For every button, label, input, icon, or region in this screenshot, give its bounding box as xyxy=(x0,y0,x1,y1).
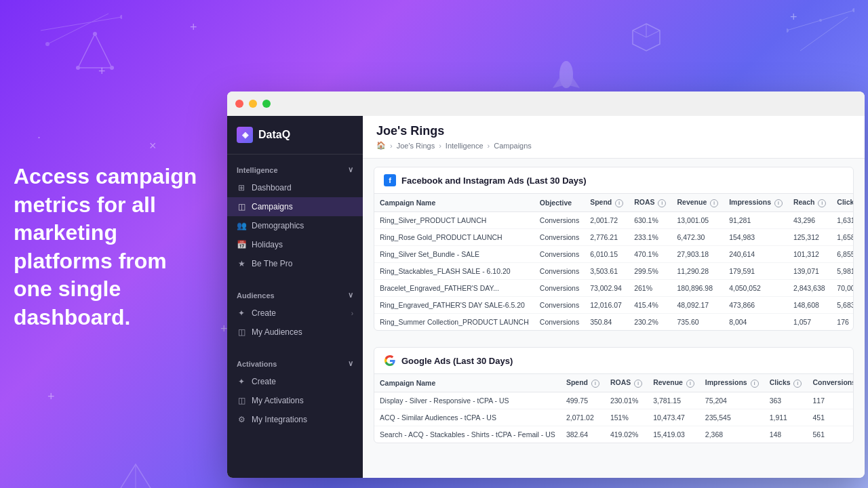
col-spend: Spend i xyxy=(585,194,629,212)
g-revenue-info[interactable]: i xyxy=(686,380,694,388)
table-row: Ring_Engraved_FATHER'S DAY SALE-6.5.20Co… xyxy=(374,297,853,314)
spend-info-icon[interactable]: i xyxy=(615,199,623,207)
facebook-icon: f xyxy=(384,174,396,186)
g-clicks-info[interactable]: i xyxy=(793,380,802,388)
sidebar-item-create-audience[interactable]: ✦ Create › xyxy=(227,304,363,323)
page-header: Joe's Rings 🏠 › Joe's Rings › Intelligen… xyxy=(363,116,865,159)
sidebar-item-create-activation[interactable]: ✦ Create xyxy=(227,372,363,391)
sidebar-section-header-intelligence[interactable]: Intelligence ∨ xyxy=(227,161,363,178)
my-integrations-icon: ⚙ xyxy=(237,415,246,424)
breadcrumb-intelligence[interactable]: Intelligence xyxy=(446,142,484,150)
campaigns-icon: ◫ xyxy=(237,202,246,211)
col-revenue: Revenue i xyxy=(671,194,724,212)
browser-dot-close[interactable] xyxy=(235,100,243,108)
roas-info-icon[interactable]: i xyxy=(658,199,666,207)
impressions-info-icon[interactable]: i xyxy=(774,199,783,207)
table-cell: 91,281 xyxy=(724,212,788,229)
table-cell: 101,312 xyxy=(788,246,831,263)
table-cell: 235,545 xyxy=(700,409,764,426)
dashboard-icon: ⊞ xyxy=(237,183,246,192)
table-cell: 2,071.02 xyxy=(561,409,605,426)
reach-info-icon[interactable]: i xyxy=(818,199,826,207)
table-cell: 350.84 xyxy=(585,314,629,331)
table-cell: 43,296 xyxy=(788,212,831,229)
table-cell: 48,092.17 xyxy=(671,297,724,314)
google-table-wrapper: Campaign Name Spend i ROAS i Revenue i I… xyxy=(374,374,853,443)
google-section-header: Google Ads (Last 30 Days) xyxy=(374,348,853,374)
g-col-spend: Spend i xyxy=(561,374,605,392)
sidebar-section-audiences: Audiences ∨ ✦ Create › ◫ My Audiences xyxy=(227,280,363,348)
sidebar-item-dashboard[interactable]: ⊞ Dashboard xyxy=(227,178,363,197)
table-cell: 2,843,638 xyxy=(788,280,831,297)
col-clicks: Clicks i xyxy=(831,194,853,212)
table-cell: 75,204 xyxy=(700,392,764,409)
table-cell: 154,983 xyxy=(724,229,788,246)
facebook-table-wrapper: Campaign Name Objective Spend i ROAS i R… xyxy=(374,194,853,330)
sidebar-item-label-holidays: Holidays xyxy=(252,240,283,249)
table-cell: Ring_Silver Set_Bundle - SALE xyxy=(374,246,534,263)
table-cell: 2,001.72 xyxy=(585,212,629,229)
table-cell: Conversions xyxy=(534,263,585,280)
sidebar-item-demographics[interactable]: 👥 Demographics xyxy=(227,216,363,235)
demographics-icon: 👥 xyxy=(237,221,246,230)
sidebar-item-label-create-audience: Create xyxy=(252,308,276,318)
sidebar-section-label-audiences: Audiences xyxy=(237,291,275,300)
sidebar-item-campaigns[interactable]: ◫ Campaigns xyxy=(227,197,363,216)
table-cell: 15,419.03 xyxy=(648,426,700,443)
google-section-title: Google Ads (Last 30 Days) xyxy=(401,356,513,366)
revenue-info-icon[interactable]: i xyxy=(710,199,718,207)
facebook-table: Campaign Name Objective Spend i ROAS i R… xyxy=(374,194,853,330)
table-cell: 10,473.47 xyxy=(648,409,700,426)
browser-dot-maximize[interactable] xyxy=(262,100,271,108)
sidebar-item-label-create-activation: Create xyxy=(252,377,276,386)
breadcrumb: 🏠 › Joe's Rings › Intelligence › Campaig… xyxy=(376,141,851,150)
sidebar-item-my-integrations[interactable]: ⚙ My Integrations xyxy=(227,410,363,429)
table-cell: 363 xyxy=(764,392,808,409)
browser-dot-minimize[interactable] xyxy=(249,100,257,108)
g-spend-info[interactable]: i xyxy=(591,380,599,388)
chevron-icon-activations: ∨ xyxy=(348,359,353,368)
main-content: Joe's Rings 🏠 › Joe's Rings › Intelligen… xyxy=(363,116,865,478)
sidebar-item-label-demographics: Demographics xyxy=(252,221,304,230)
sidebar-item-holidays[interactable]: 📅 Holidays xyxy=(227,235,363,254)
facebook-section-title: Facebook and Instagram Ads (Last 30 Days… xyxy=(401,176,587,186)
holidays-icon: 📅 xyxy=(237,240,246,249)
sidebar-item-label-my-activations: My Activations xyxy=(252,396,304,405)
hero-heading: Access campaign metrics for all marketin… xyxy=(14,163,210,332)
table-cell: 2,776.21 xyxy=(585,229,629,246)
sidebar: ◈ DataQ Intelligence ∨ ⊞ Dashboard ◫ Cam… xyxy=(227,116,363,478)
browser-chrome xyxy=(227,92,865,116)
table-cell: 6,010.15 xyxy=(585,246,629,263)
sidebar-item-my-activations[interactable]: ◫ My Activations xyxy=(227,391,363,410)
table-cell: 5,683 xyxy=(831,297,853,314)
table-cell: Conversions xyxy=(534,229,585,246)
sidebar-item-label-campaigns: Campaigns xyxy=(252,202,293,211)
table-cell: 561 xyxy=(807,426,853,443)
table-cell: 630.1% xyxy=(629,212,671,229)
breadcrumb-sep-1: › xyxy=(390,142,393,150)
table-cell: Conversions xyxy=(534,297,585,314)
table-cell: 230.01% xyxy=(605,392,648,409)
col-objective: Objective xyxy=(534,194,585,212)
table-cell: Search - ACQ - Stackables - Shirts - tCP… xyxy=(374,426,561,443)
col-roas: ROAS i xyxy=(629,194,671,212)
sidebar-item-be-the-pro[interactable]: ★ Be The Pro xyxy=(227,254,363,273)
table-row: Display - Silver - Responsive - tCPA - U… xyxy=(374,392,853,409)
sidebar-item-label-my-audiences: My Audiences xyxy=(252,327,302,337)
table-cell: 735.60 xyxy=(671,314,724,331)
sidebar-section-header-audiences[interactable]: Audiences ∨ xyxy=(227,287,363,304)
g-impressions-info[interactable]: i xyxy=(751,380,759,388)
table-cell: 3,781.15 xyxy=(648,392,700,409)
breadcrumb-joes-rings[interactable]: Joe's Rings xyxy=(397,142,435,150)
table-row: Ring_Silver_PRODUCT LAUNCHConversions2,0… xyxy=(374,212,853,229)
table-cell: 179,591 xyxy=(724,263,788,280)
col-impressions: Impressions i xyxy=(724,194,788,212)
sidebar-item-my-audiences[interactable]: ◫ My Audiences xyxy=(227,323,363,342)
g-roas-info[interactable]: i xyxy=(634,380,642,388)
table-cell: Ring_Engraved_FATHER'S DAY SALE-6.5.20 xyxy=(374,297,534,314)
table-cell: 148 xyxy=(764,426,808,443)
sidebar-section-header-activations[interactable]: Activations ∨ xyxy=(227,355,363,372)
google-icon xyxy=(384,354,396,367)
create-audience-icon: ✦ xyxy=(237,308,246,318)
breadcrumb-campaigns: Campaigns xyxy=(494,142,532,150)
